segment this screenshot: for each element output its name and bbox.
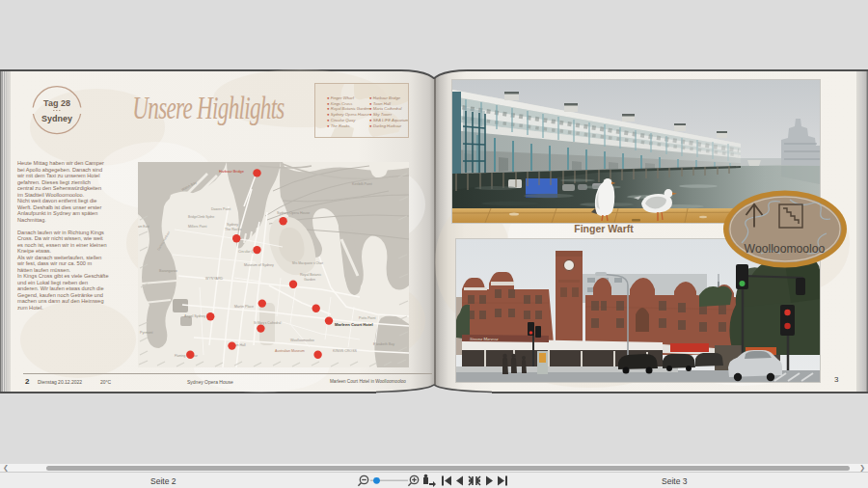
svg-text:Millers Point: Millers Point (188, 225, 207, 229)
svg-text:Marleen Court Hotel: Marleen Court Hotel (335, 322, 373, 327)
svg-text:Woolloomooloo: Woolloomooloo (290, 339, 314, 342)
svg-text:Australian Museum: Australian Museum (275, 349, 305, 353)
svg-text:am East: am East (138, 225, 149, 229)
svg-text:Sydney: Sydney (227, 223, 238, 227)
svg-text:BridgeClimb Sydne: BridgeClimb Sydne (188, 215, 215, 219)
svg-text:KINGS CROSS: KINGS CROSS (333, 349, 358, 353)
svg-text:Woolloomooloo: Woolloomooloo (745, 242, 826, 256)
svg-text:Pyrmont: Pyrmont (140, 331, 152, 335)
svg-text:Mrs Macquarie s Chair: Mrs Macquarie s Chair (292, 261, 324, 265)
svg-text:Simone Maresse: Simone Maresse (470, 337, 498, 341)
svg-text:Kirribilli Point: Kirribilli Point (352, 182, 372, 186)
svg-text:Harbour Bridge: Harbour Bridge (219, 170, 244, 174)
svg-text:Dawes Point: Dawes Point (211, 207, 231, 211)
svg-text:The Rocks: The Rocks (225, 228, 241, 231)
svg-text:Tag 28: Tag 28 (43, 98, 70, 108)
svg-text:Angel Sydney: Angel Sydney (184, 314, 205, 318)
svg-text:Sydney: Sydney (41, 114, 72, 123)
svg-text:Barangaroo: Barangaroo (159, 269, 177, 273)
svg-text:Royal Botanic: Royal Botanic (300, 273, 321, 277)
svg-text:WYNYARD: WYNYARD (205, 277, 224, 281)
svg-text:Museum of Sydney: Museum of Sydney (244, 263, 274, 267)
svg-text:Garden: Garden (304, 278, 315, 282)
svg-text:Potts Point: Potts Point (359, 316, 375, 320)
svg-text:Elizabeth Bay: Elizabeth Bay (373, 342, 394, 346)
svg-text:Sydney Opera House: Sydney Opera House (277, 211, 310, 215)
svg-text:Martin Place: Martin Place (234, 305, 254, 309)
svg-text:St Mary s Cathedral: St Mary s Cathedral (254, 321, 281, 325)
